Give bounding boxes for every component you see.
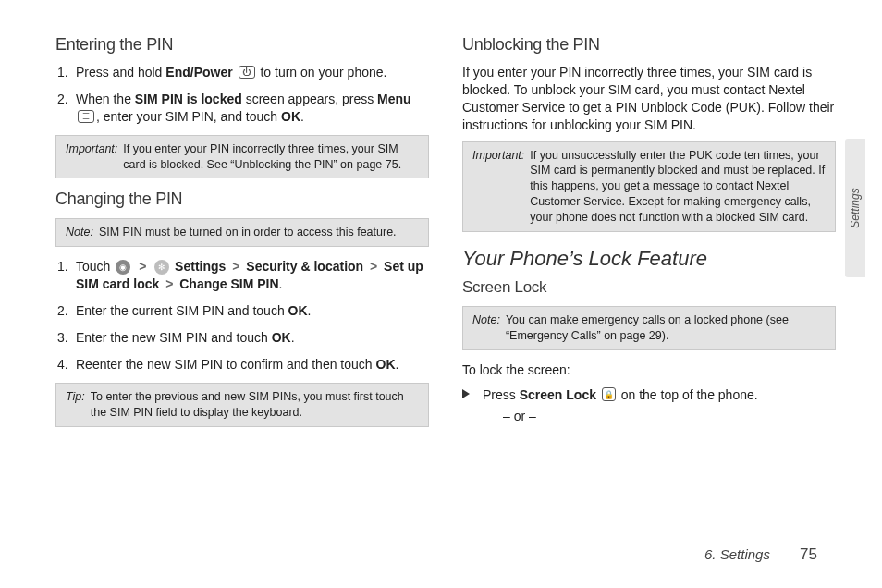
footer-page-number: 75 [800,545,817,563]
launcher-icon: ◉ [116,260,130,275]
important-body: If you enter your PIN incorrectly three … [123,141,419,173]
chevron-right-icon: > [165,276,173,291]
note-body: SIM PIN must be turned on in order to ac… [99,225,419,240]
changing-pin-steps: Touch ◉ > ✻ Settings > Security & locati… [55,258,429,373]
heading-screen-lock: Screen Lock [462,278,836,297]
important-box-1: Important: If you enter your PIN incorre… [55,135,429,179]
important-label: Important: [472,148,524,226]
side-tab: Settings [845,139,865,277]
note-label: Note: [472,312,500,344]
right-column: Unblocking the PIN If you enter your PIN… [462,28,836,527]
tip-label: Tip: [66,389,85,421]
tip-body: To enter the previous and new SIM PINs, … [91,389,419,421]
heading-changing-pin: Changing the PIN [55,190,429,209]
heading-unblocking-pin: Unblocking the PIN [462,35,836,55]
important-label: Important: [66,141,117,173]
page-footer: 6. Settings 75 [704,545,817,564]
heading-entering-pin: Entering the PIN [55,35,429,55]
lock-icon: 🔒 [602,387,616,401]
gear-icon: ✻ [154,260,169,275]
chevron-right-icon: > [232,259,239,274]
chevron-right-icon: > [370,259,377,274]
or-line: – or – [483,408,836,426]
note-body: You can make emergency calls on a locked… [506,312,826,344]
note-box-1: Note: SIM PIN must be turned on in order… [55,218,429,247]
step-1: Press and hold End/Power ⏻ to turn on yo… [76,64,429,81]
to-lock-intro: To lock the screen: [462,361,836,379]
page-columns: Entering the PIN Press and hold End/Powe… [55,28,836,527]
triangle-bullet-icon [462,389,470,398]
heading-lock-feature: Your Phone’s Lock Feature [462,247,836,271]
footer-chapter: 6. Settings [704,546,770,562]
unblocking-paragraph: If you enter your PIN incorrectly three … [462,64,836,134]
side-tab-label: Settings [849,188,862,227]
change-step-1: Touch ◉ > ✻ Settings > Security & locati… [76,258,429,293]
note-box-2: Note: You can make emergency calls on a … [462,306,836,350]
note-label: Note: [66,225,93,240]
change-step-2: Enter the current SIM PIN and touch OK. [76,302,429,320]
entering-pin-steps: Press and hold End/Power ⏻ to turn on yo… [55,64,429,126]
lock-instruction: Press Screen Lock 🔒 on the top of the ph… [462,386,836,426]
change-step-4: Reenter the new SIM PIN to confirm and t… [76,356,429,374]
step-2: When the SIM PIN is locked screen appear… [76,91,429,126]
change-step-3: Enter the new SIM PIN and touch OK. [76,329,429,347]
chevron-right-icon: > [139,259,146,274]
left-column: Entering the PIN Press and hold End/Powe… [55,28,429,527]
important-box-2: Important: If you unsuccessfully enter t… [462,141,836,232]
tip-box: Tip: To enter the previous and new SIM P… [55,383,429,427]
menu-icon: ☰ [78,110,94,123]
important-body: If you unsuccessfully enter the PUK code… [530,148,826,226]
power-icon: ⏻ [239,66,255,79]
